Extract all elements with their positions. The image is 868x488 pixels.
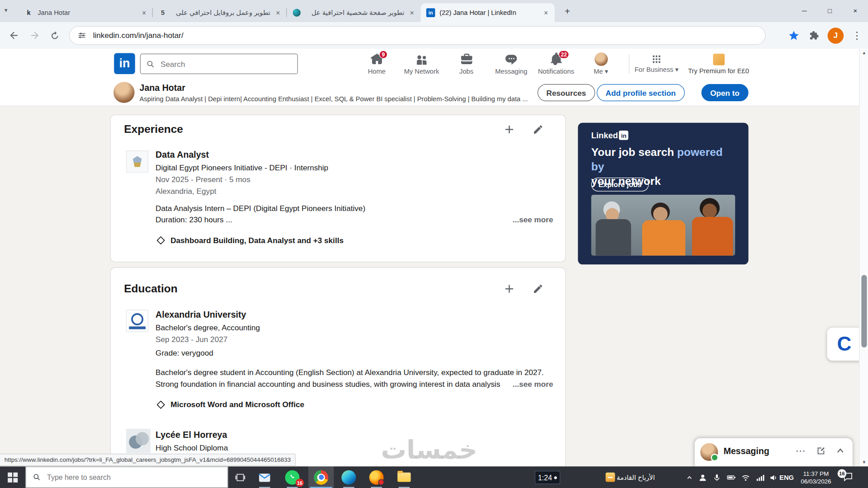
header-divider: [629, 55, 629, 74]
folder-icon: [397, 473, 410, 482]
recording-timer[interactable]: 1:24: [535, 471, 560, 484]
photo-shape: [653, 207, 668, 221]
nav-me[interactable]: Me ▾: [579, 49, 623, 79]
tab-4-active[interactable]: in (22) Jana Hotar | LinkedIn ×: [421, 3, 555, 22]
back-button[interactable]: [5, 26, 24, 45]
messaging-dock[interactable]: Messaging ⋯: [695, 438, 853, 466]
education-skills-row[interactable]: Microsoft Word and Microsoft Office: [157, 400, 304, 409]
edge-app-button[interactable]: [336, 466, 361, 488]
lycee-el-horreya-logo[interactable]: [126, 429, 151, 453]
taskbar-search-input[interactable]: [46, 473, 221, 482]
depi-company-logo[interactable]: [126, 150, 148, 173]
profile-avatar[interactable]: [113, 82, 135, 103]
experience-role[interactable]: Data Analyst: [156, 150, 209, 160]
url-input[interactable]: [92, 30, 757, 40]
education-school-2[interactable]: Lycée El Horreya: [156, 430, 227, 440]
browser-profile-avatar[interactable]: J: [828, 28, 844, 44]
timer-value: 1:24: [538, 474, 552, 482]
scrollbar-thumb[interactable]: [861, 275, 867, 347]
edit-education-button[interactable]: [530, 281, 546, 296]
tab-close-icon[interactable]: ×: [542, 9, 549, 17]
linkedin-search-box[interactable]: [140, 54, 298, 74]
nav-label: Messaging: [495, 67, 527, 75]
file-explorer-button[interactable]: [392, 466, 417, 488]
microphone-tray-icon[interactable]: [712, 473, 722, 483]
page-scrollbar[interactable]: ▲ ▼: [859, 49, 868, 466]
compose-icon[interactable]: [816, 446, 826, 456]
photo-shape: [703, 204, 717, 218]
tab-close-icon[interactable]: ×: [141, 9, 147, 17]
people-tray-icon[interactable]: [698, 473, 708, 483]
nav-messaging[interactable]: Messaging: [489, 49, 533, 79]
taskbar-search-box[interactable]: [25, 466, 228, 488]
photo-shape: [692, 217, 733, 256]
task-view-button[interactable]: [228, 466, 252, 488]
minimize-button[interactable]: ─: [792, 0, 817, 22]
nav-home[interactable]: Home 9: [354, 49, 399, 79]
earnings-tray-label[interactable]: الأرباح القادمة: [617, 474, 655, 481]
add-education-button[interactable]: [501, 281, 517, 296]
tab-close-icon[interactable]: ×: [409, 9, 415, 17]
extensions-icon[interactable]: [808, 30, 819, 41]
resources-button[interactable]: Resources: [538, 84, 595, 101]
add-profile-section-button[interactable]: Add profile section: [597, 84, 684, 101]
search-input[interactable]: [160, 59, 292, 69]
scroll-up-arrow[interactable]: ▲: [860, 50, 868, 55]
chrome-app-button[interactable]: [308, 466, 334, 488]
tab-title: Jana Hotar: [38, 9, 136, 17]
browser-menu-icon[interactable]: ⋮: [852, 29, 862, 42]
scroll-down-arrow[interactable]: ▼: [860, 460, 868, 465]
new-tab-button[interactable]: +: [560, 5, 575, 19]
mail-app-button[interactable]: [252, 466, 277, 488]
education-school[interactable]: Alexandria University: [156, 310, 246, 320]
experience-see-more-link[interactable]: ...see more: [513, 215, 553, 224]
taskbar-clock[interactable]: 11:37 PM 06/03/2026: [796, 470, 836, 485]
edit-experience-button[interactable]: [530, 122, 546, 137]
education-see-more-link[interactable]: ...see more: [513, 380, 553, 389]
site-settings-icon[interactable]: [77, 31, 86, 40]
tab-2[interactable]: 5 تطوير وعمل بروفايل احترافي على ×: [153, 3, 287, 22]
profile-sticky-bar: Jana Hotar Aspiring Data Analyst | Depi …: [0, 79, 868, 106]
tab-3[interactable]: تطوير صفحة شخصية احترافية عل ×: [287, 3, 420, 22]
add-experience-button[interactable]: [501, 122, 517, 137]
tab-title: تطوير صفحة شخصية احترافية عل: [306, 9, 404, 17]
network-signal-tray-icon[interactable]: [755, 473, 765, 483]
open-to-button[interactable]: Open to: [701, 84, 748, 101]
address-bar[interactable]: [69, 26, 765, 45]
messaging-more-icon[interactable]: ⋯: [796, 445, 806, 457]
chevron-up-icon[interactable]: [836, 446, 845, 455]
earnings-tray-icon[interactable]: [606, 473, 615, 482]
tab-close-icon[interactable]: ×: [275, 9, 281, 17]
close-button[interactable]: ×: [843, 0, 868, 22]
experience-desc-line2: Duration: 230 hours ...: [156, 215, 232, 224]
side-extension-widget[interactable]: C: [827, 328, 861, 361]
watermark: خمسات: [381, 435, 477, 465]
explore-jobs-button[interactable]: Explore jobs: [591, 178, 649, 192]
nav-jobs[interactable]: Jobs: [444, 49, 489, 79]
linkedin-logo[interactable]: in: [114, 53, 135, 75]
orange-app-button[interactable]: [363, 466, 389, 488]
nav-notifications[interactable]: Notifications 22: [533, 49, 578, 79]
volume-tray-icon[interactable]: [769, 473, 778, 483]
for-business-menu[interactable]: For Business ▾: [634, 49, 679, 79]
battery-tray-icon[interactable]: [726, 473, 736, 483]
whatsapp-app-button[interactable]: 16: [279, 466, 305, 488]
tab-search-icon[interactable]: ▾: [5, 7, 8, 14]
forward-button[interactable]: [25, 26, 44, 45]
reload-button[interactable]: [45, 26, 64, 45]
nav-my-network[interactable]: My Network: [399, 49, 444, 79]
maximize-button[interactable]: □: [817, 0, 842, 22]
hidden-icons-chevron[interactable]: [684, 473, 694, 483]
linkedin-ad-card[interactable]: Linked in Your job search powered by you…: [578, 123, 748, 264]
five-favicon: 5: [158, 8, 167, 17]
alexandria-university-logo[interactable]: [126, 310, 148, 332]
bookmark-star-icon[interactable]: [788, 29, 800, 42]
language-indicator[interactable]: ENG: [779, 474, 794, 481]
education-grade: Grade: verygood: [156, 348, 213, 357]
wifi-tray-icon[interactable]: [741, 473, 750, 483]
try-premium-link[interactable]: Try Premium for E£0: [686, 49, 750, 79]
action-center-button[interactable]: 16: [843, 471, 855, 483]
start-button[interactable]: [0, 466, 25, 488]
tab-1[interactable]: k Jana Hotar ×: [19, 3, 153, 22]
experience-skills-row[interactable]: Dashboard Building, Data Analyst and +3 …: [157, 236, 344, 245]
